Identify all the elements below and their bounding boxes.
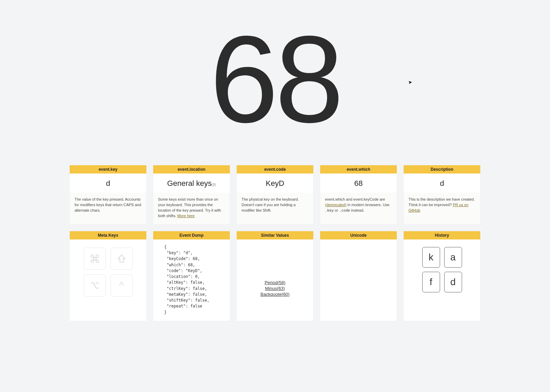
desc-text: or [334,208,339,212]
card-value: d [70,173,146,193]
history-body: k a f d [404,239,480,321]
option-icon [89,280,100,291]
event-dump-body: { "key": "d", "keyCode": 68, "which": 68… [153,239,230,321]
hero-keycode: 68 [0,0,550,155]
similar-value-link[interactable]: Minus(63) [265,286,285,291]
command-icon [90,254,100,264]
event-dump-text: { "key": "d", "keyCode": 68, "which": 68… [158,244,225,315]
history-key[interactable]: d [444,272,462,292]
similar-value-link[interactable]: Backquote(60) [260,292,290,297]
deprecated-link[interactable]: (deprecated) [325,203,346,207]
card-value: General keys(0) [153,173,230,193]
card-value: 68 [320,173,397,193]
card-description: Description d This is the description we… [403,165,481,225]
card-header: event.code [237,165,313,173]
card-event-dump: Event Dump { "key": "d", "keyCode": 68, … [153,231,230,321]
card-header: Meta Keys [70,231,146,239]
card-description: The value of the key pressed. Accounts f… [70,193,146,224]
location-index: (0) [212,183,216,187]
card-description: event.which and event.keyCode are (depre… [320,193,397,224]
code-code: .code [339,208,350,212]
shift-icon [116,254,127,264]
card-header: Event Dump [153,231,230,239]
card-header: event.key [70,165,146,173]
meta-key-control: ^ [111,275,133,296]
card-header: History [404,231,480,239]
more-here-link[interactable]: More here [177,214,194,218]
desc-text: event.which and event.keyCode are [325,197,385,201]
hero-keycode-value: 68 [0,17,550,141]
control-icon: ^ [119,280,124,291]
card-unicode: Unicode [320,231,397,321]
card-meta-keys: Meta Keys [69,231,147,321]
similar-values-list: Period(58) Minus(63) Backquote(60) [242,244,308,315]
similar-value-link[interactable]: Period(58) [265,280,285,285]
desc-text: instead. [350,208,364,212]
card-header: event.location [153,165,230,173]
desc-text: in modern browsers. Use [346,203,389,207]
card-description: The physical key on the keyboard. Doesn'… [237,193,313,224]
card-value: d [404,173,480,193]
card-event-location: event.location General keys(0) Some keys… [153,165,230,225]
card-event-code: event.code KeyD The physical key on the … [236,165,314,225]
card-description: Some keys exist more than once on your k… [153,193,230,224]
meta-keys-body: ^ [70,239,146,321]
cards-row-1: event.key d The value of the key pressed… [0,165,550,225]
meta-key-shift [111,248,133,270]
similar-values-body: Period(58) Minus(63) Backquote(60) [237,239,313,321]
cards-row-2: Meta Keys [0,231,550,321]
unicode-body [320,239,397,321]
card-description-text: This is the description we have created.… [404,193,480,224]
history-grid: k a f d [408,244,475,292]
card-header: Description [404,165,480,173]
code-key: .key [325,208,334,212]
meta-key-option [84,275,106,296]
history-key[interactable]: a [444,247,462,268]
location-label: General keys [167,179,212,188]
card-header: Unicode [320,231,397,239]
card-value: KeyD [237,173,313,193]
meta-key-command [84,248,106,270]
card-header: event.which [320,165,397,173]
card-similar-values: Similar Values Period(58) Minus(63) Back… [236,231,314,321]
meta-keys-grid: ^ [75,244,142,296]
card-history: History k a f d [403,231,481,321]
card-header: Similar Values [237,231,313,239]
history-key[interactable]: k [422,247,440,268]
card-event-key: event.key d The value of the key pressed… [69,165,147,225]
card-event-which: event.which 68 event.which and event.key… [320,165,397,225]
history-key[interactable]: f [422,272,440,292]
